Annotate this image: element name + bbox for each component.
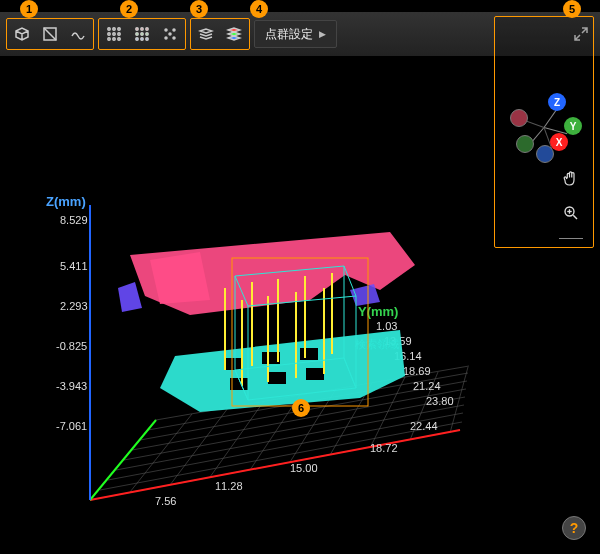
svg-marker-20 [150,252,210,304]
axis-widget-x[interactable]: X [550,133,568,151]
svg-point-57 [141,38,143,40]
svg-point-63 [173,37,175,39]
toolbar-group-view [6,18,94,50]
wave-icon[interactable] [65,21,91,47]
svg-line-40 [44,28,56,40]
y-tick: 23.80 [426,395,454,407]
grid-color-icon[interactable] [129,21,155,47]
svg-rect-28 [268,372,286,384]
svg-rect-29 [306,368,324,380]
dropdown-label: 点群設定 [265,26,313,43]
axis-widget[interactable]: Z Y X [506,89,582,165]
layers-icon[interactable] [193,21,219,47]
separator [559,238,583,239]
callout-badge: 5 [563,0,581,18]
svg-point-52 [146,28,148,30]
svg-point-54 [141,33,143,35]
y-tick: 1.03 [376,320,397,332]
sliced-icon[interactable] [37,21,63,47]
selection-label: 検索領域 [355,338,399,350]
help-button[interactable]: ? [562,516,586,540]
svg-point-47 [108,38,110,40]
help-icon: ? [570,520,579,536]
svg-point-56 [136,38,138,40]
z-tick: 5.411 [60,260,88,272]
svg-line-65 [573,215,577,219]
pointcloud-settings-dropdown[interactable]: 点群設定 ▶ [254,20,337,48]
z-tick: -7.061 [56,420,87,432]
svg-line-11 [170,408,228,485]
x-tick: 22.44 [410,420,438,432]
toolbar-group-layers [190,18,250,50]
svg-point-58 [146,38,148,40]
x-tick: 15.00 [290,462,318,474]
svg-point-53 [136,33,138,35]
svg-point-43 [118,28,120,30]
axis-widget-neg2[interactable] [516,135,534,153]
x-tick: 7.56 [155,495,176,507]
svg-point-41 [108,28,110,30]
z-tick: -0.825 [56,340,87,352]
svg-point-50 [136,28,138,30]
y-axis-label: Y(mm) [358,304,398,319]
svg-marker-21 [118,282,142,312]
svg-rect-24 [225,358,243,370]
svg-line-3 [116,405,464,470]
layers-color-icon[interactable] [221,21,247,47]
z-tick: -3.943 [56,380,87,392]
point-cloud-viewer: Z(mm) 8.529 5.411 2.293 -0.825 -3.943 -7… [0,0,600,554]
z-tick: 8.529 [60,214,88,226]
toolbar-group-grid [98,18,186,50]
callout-badge: 4 [250,0,268,18]
callout-badge: 3 [190,0,208,18]
x-tick: 11.28 [215,480,243,492]
svg-rect-26 [300,348,318,360]
callout-badge: 2 [120,0,138,18]
svg-point-49 [118,38,120,40]
axis-widget-neg3[interactable] [536,145,554,163]
grid-sparse-icon[interactable] [157,21,183,47]
axis-widget-neg1[interactable] [510,109,528,127]
x-tick: 18.72 [370,442,398,454]
grid-icon[interactable] [101,21,127,47]
view-nav-panel: Z Y X [494,16,594,248]
svg-point-62 [165,37,167,39]
callout-badge: 1 [20,0,38,18]
z-axis-label: Z(mm) [46,194,86,209]
svg-line-12 [210,401,264,477]
chevron-right-icon: ▶ [319,29,326,39]
svg-point-46 [118,33,120,35]
svg-line-1 [100,422,462,490]
axis-widget-z[interactable]: Z [548,93,566,111]
svg-line-10 [130,414,192,492]
svg-point-55 [146,33,148,35]
y-tick: 18.69 [403,365,431,377]
axis-widget-y[interactable]: Y [564,117,582,135]
cube-icon[interactable] [9,21,35,47]
svg-point-44 [108,33,110,35]
svg-point-61 [169,33,171,35]
svg-point-42 [113,28,115,30]
y-tick: 21.24 [413,380,441,392]
pan-tool-icon[interactable] [562,170,580,192]
zoom-in-icon[interactable] [562,204,580,226]
svg-point-59 [165,29,167,31]
callout-badge: 6 [292,399,310,417]
svg-point-48 [113,38,115,40]
z-tick: 2.293 [60,300,88,312]
svg-point-45 [113,33,115,35]
svg-point-60 [173,29,175,31]
svg-point-51 [141,28,143,30]
axis-y [90,420,156,500]
